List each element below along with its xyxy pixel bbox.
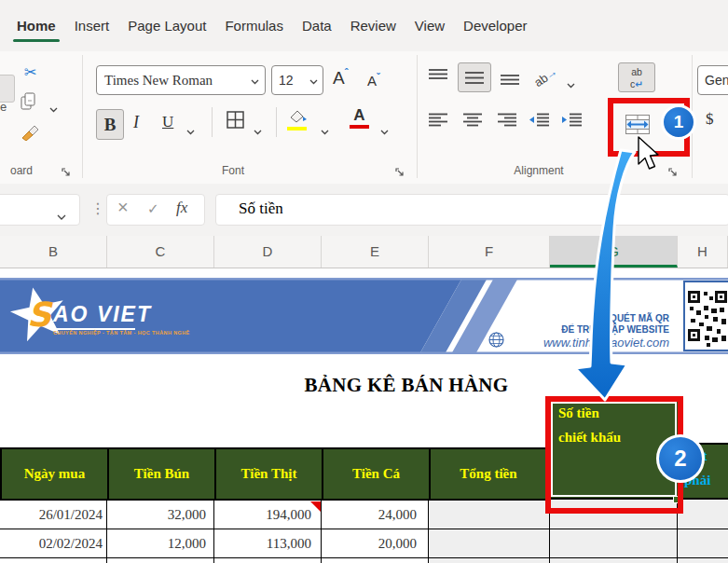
- cell-partial-r3[interactable]: [429, 558, 550, 563]
- header-cell-tien-bun[interactable]: Tiền Bún: [107, 449, 214, 499]
- tab-view[interactable]: View: [405, 5, 454, 48]
- cancel-icon[interactable]: ×: [117, 197, 129, 218]
- chevron-down-icon: [251, 72, 259, 89]
- enter-icon[interactable]: ✓: [147, 200, 159, 217]
- header-cell-ngay-mua[interactable]: Ngày mua: [2, 449, 107, 499]
- copy-icon[interactable]: [21, 92, 36, 115]
- cell-ca-r1[interactable]: 24,000: [322, 501, 429, 529]
- underline-button[interactable]: U: [162, 113, 173, 131]
- font-color-button[interactable]: A: [350, 107, 369, 129]
- cell-thit-r1[interactable]: 194,000: [214, 501, 322, 529]
- cell-h-r2[interactable]: [678, 529, 728, 558]
- tab-formulas[interactable]: Formulas: [215, 5, 293, 48]
- annotation-step-1-badge: 1: [661, 104, 696, 140]
- name-box[interactable]: [0, 194, 80, 226]
- clipboard-group-label-partial: oard: [0, 164, 43, 177]
- underline-chevron-icon[interactable]: [186, 122, 195, 139]
- tab-developer[interactable]: Developer: [454, 5, 536, 48]
- decrease-indent-button[interactable]: [529, 113, 550, 130]
- cell-partial-r3[interactable]: [322, 558, 429, 563]
- format-painter-icon[interactable]: [21, 122, 39, 144]
- align-center-button[interactable]: [463, 113, 483, 130]
- cell-tong-r2[interactable]: [429, 529, 550, 558]
- cell-partial-r3[interactable]: [550, 558, 678, 563]
- cell-date-r2[interactable]: 02/02/2024: [0, 529, 107, 558]
- column-header-h[interactable]: H: [678, 236, 728, 268]
- brand-name: AO VIET CHUYÊN NGHIỆP - TẬN TÂM - HỌC TH…: [53, 302, 190, 336]
- alignment-dialog-launcher-icon[interactable]: [668, 165, 680, 176]
- cut-icon[interactable]: ✂: [24, 63, 36, 81]
- increase-font-button[interactable]: Aˆ: [333, 66, 348, 89]
- align-top-button[interactable]: [429, 68, 448, 87]
- tab-review[interactable]: Review: [341, 5, 405, 48]
- qr-caption: QUÉT MÃ QR ĐỂ TRUY CẬP WEBSITE www.tinho…: [483, 313, 669, 350]
- bold-button[interactable]: B: [96, 109, 124, 140]
- cell-g-r2[interactable]: [550, 529, 678, 558]
- cell-partial-r3[interactable]: [678, 558, 728, 563]
- cell-partial-r3[interactable]: [0, 558, 107, 563]
- tab-page-layout[interactable]: Page Layout: [118, 5, 215, 48]
- cell-partial-r3[interactable]: [214, 558, 322, 563]
- tab-data[interactable]: Data: [293, 5, 341, 48]
- table-header-row: Ngày mua Tiền Bún Tiền Thịt Tiền Cá Tổng…: [0, 447, 550, 501]
- align-middle-button[interactable]: [458, 62, 491, 92]
- tab-home[interactable]: Home: [7, 5, 65, 48]
- fill-color-chevron-icon[interactable]: [321, 122, 329, 139]
- italic-button[interactable]: I: [133, 113, 139, 132]
- column-header-e[interactable]: E: [322, 236, 429, 268]
- formula-input[interactable]: Số tiền: [215, 194, 728, 226]
- insert-function-icon[interactable]: fx: [176, 199, 187, 217]
- svg-text:S: S: [27, 295, 53, 334]
- cell-h-r1[interactable]: [678, 501, 728, 529]
- header-cell-tong-tien[interactable]: Tổng tiền: [429, 449, 546, 499]
- header-cell-tien-ca[interactable]: Tiền Cá: [322, 449, 429, 499]
- cell-tong-r1[interactable]: [429, 501, 550, 529]
- cell-partial-r3[interactable]: [107, 558, 214, 563]
- font-size-combobox[interactable]: 12: [271, 65, 323, 95]
- wrap-text-button[interactable]: ab c↵: [618, 62, 655, 92]
- borders-button[interactable]: [227, 111, 244, 132]
- paste-button-partial[interactable]: [0, 75, 15, 103]
- formula-buttons-box: × ✓ fx: [106, 194, 205, 226]
- column-header-g-selected[interactable]: G: [550, 236, 678, 268]
- header-cell-tien-thit[interactable]: Tiền Thịt: [214, 449, 322, 499]
- clipboard-dialog-launcher-icon[interactable]: [62, 165, 73, 176]
- number-format-combobox[interactable]: Gen: [697, 65, 728, 95]
- formula-value: Số tiền: [239, 199, 283, 218]
- cell-bun-r1[interactable]: 32,000: [107, 501, 214, 529]
- ribbon: e ✂ oard Times New Roman 12 Aˆ: [0, 51, 728, 185]
- copy-chevron-icon[interactable]: [49, 100, 58, 117]
- align-right-button[interactable]: [498, 113, 517, 130]
- column-header-b[interactable]: B: [0, 236, 107, 268]
- cell-bun-r2[interactable]: 12,000: [107, 529, 214, 558]
- column-header-f[interactable]: F: [429, 236, 550, 268]
- cell-date-r1[interactable]: 26/01/2024: [0, 501, 107, 529]
- font-dialog-launcher-icon[interactable]: [395, 165, 406, 176]
- orientation-button[interactable]: ab→: [533, 68, 561, 90]
- comment-indicator: [310, 501, 321, 512]
- name-box-chevron-icon[interactable]: [57, 208, 66, 225]
- column-header-d[interactable]: D: [214, 236, 322, 268]
- ribbon-tab-bar: Home Insert Page Layout Formulas Data Re…: [0, 0, 728, 51]
- font-name-value: Times New Roman: [104, 73, 251, 89]
- align-bottom-button[interactable]: [501, 72, 520, 90]
- sheet-title: BẢNG KÊ BÁN HÀNG: [261, 374, 552, 397]
- tab-insert[interactable]: Insert: [65, 5, 119, 48]
- cell-ca-r2[interactable]: 20,000: [322, 529, 429, 558]
- font-size-value: 12: [279, 73, 309, 88]
- annotation-step-2-badge: 2: [656, 434, 705, 483]
- decrease-font-button[interactable]: Aˇ: [367, 71, 380, 89]
- font-color-chevron-icon[interactable]: [380, 122, 389, 139]
- font-group-label: Font: [186, 164, 280, 177]
- currency-format-button[interactable]: $: [706, 110, 714, 129]
- increase-indent-button[interactable]: [561, 113, 583, 130]
- borders-chevron-icon[interactable]: [254, 122, 262, 139]
- alignment-group-label: Alignment: [492, 164, 585, 177]
- cell-thit-r2[interactable]: 113,000: [214, 529, 322, 558]
- align-left-button[interactable]: [429, 113, 448, 130]
- font-name-combobox[interactable]: Times New Roman: [96, 65, 266, 95]
- number-format-value-partial: Gen: [705, 73, 728, 88]
- column-header-c[interactable]: C: [107, 236, 214, 268]
- orientation-chevron-icon[interactable]: [567, 76, 575, 92]
- fill-color-button[interactable]: [287, 109, 309, 130]
